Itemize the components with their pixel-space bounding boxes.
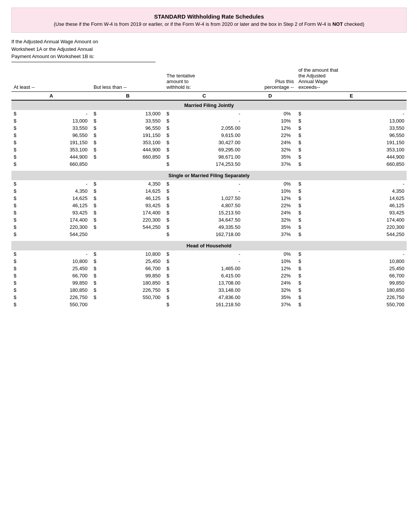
table-row: $-$10,800$-0%$-: [11, 250, 407, 258]
table-row: $14,625$46,125$1,027.5012%$14,625: [11, 195, 407, 202]
intro-text: If the Adjusted Annual Wage Amount on Wo…: [11, 36, 156, 62]
table-row: $99,850$180,850$13,708.0024%$99,850: [11, 279, 407, 286]
table-row: $46,125$93,425$4,807.5022%$46,125: [11, 202, 407, 209]
table-row: $174,400$220,300$34,647.5032%$174,400: [11, 216, 407, 224]
table-row: $-$13,000$-0%$-: [11, 110, 407, 117]
table-row: $-$4,350$-0%$-: [11, 180, 407, 187]
table-row: $96,550$191,150$9,615.0022%$96,550: [11, 132, 407, 139]
section-header-1: Single or Married Filing Separately: [11, 171, 407, 180]
table-row: $4,350$14,625$-10%$4,350: [11, 187, 407, 195]
col-plus-pct-header: Plus thispercentage --: [244, 66, 296, 92]
table-row: $10,800$25,450$-10%$10,800: [11, 258, 407, 265]
col-b-label: B: [91, 91, 164, 100]
page-header: STANDARD Withholding Rate Schedules (Use…: [11, 8, 407, 33]
page-title: STANDARD Withholding Rate Schedules: [19, 13, 399, 20]
table-row: $444,900$660,850$98,671.0035%$444,900: [11, 153, 407, 161]
col-but-less-header: But less than --: [91, 66, 164, 92]
table-row: $13,000$33,550$-10%$13,000: [11, 117, 407, 124]
table-row: $660,850$174,253.5037%$660,850: [11, 161, 407, 168]
col-a-label: A: [11, 91, 91, 100]
withholding-table: At least -- But less than -- The tentati…: [11, 66, 407, 311]
table-row: $550,700$161,218.5037%$550,700: [11, 301, 407, 311]
table-row: $191,150$353,100$30,427.0024%$191,150: [11, 139, 407, 146]
table-row: $544,250$162,718.0037%$544,250: [11, 231, 407, 238]
table-row: $353,100$444,900$69,295.0032%$353,100: [11, 146, 407, 153]
column-labels-row: A B C D E: [11, 91, 407, 100]
table-row: $66,700$99,850$6,415.0022%$66,700: [11, 272, 407, 279]
section-header-0: Married Filing Jointly: [11, 100, 407, 110]
col-exceeds-header: of the amount thatthe AdjustedAnnual Wag…: [296, 66, 407, 92]
section-spacer: [11, 168, 407, 171]
section-spacer: [11, 238, 407, 241]
table-row: $93,425$174,400$15,213.5024%$93,425: [11, 209, 407, 216]
table-row: $220,300$544,250$49,335.5035%$220,300: [11, 224, 407, 231]
section-header-2: Head of Household: [11, 241, 407, 250]
table-row: $226,750$550,700$47,836.0035%$226,750: [11, 294, 407, 301]
table-row: $33,550$96,550$2,055.0012%$33,550: [11, 124, 407, 132]
col-e-label: E: [296, 91, 407, 100]
col-d-label: D: [244, 91, 296, 100]
col-tentative-header: The tentativeamount towithhold is:: [164, 66, 244, 92]
col-c-label: C: [164, 91, 244, 100]
col-at-least-header: At least --: [11, 66, 91, 92]
table-row: $180,850$226,750$33,148.0032%$180,850: [11, 286, 407, 294]
table-row: $25,450$66,700$1,465.0012%$25,450: [11, 265, 407, 272]
page-subtitle: (Use these if the Form W-4 is from 2019 …: [19, 21, 399, 27]
column-header-row: At least -- But less than -- The tentati…: [11, 66, 407, 92]
